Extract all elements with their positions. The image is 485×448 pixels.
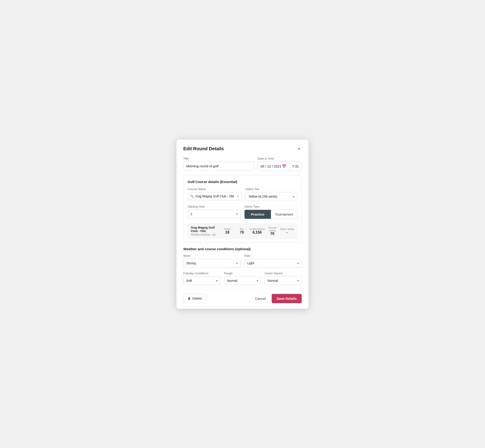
golf-course-section-title: Golf Course details (Essential) — [188, 180, 297, 184]
course-name-input-wrap[interactable]: 🔍 ✕ — [188, 192, 242, 200]
green-speed-wrap: SlowNormalFast ▾ — [265, 276, 302, 285]
wind-rain-row: Wind NoneLightModerateStrong ▾ Rain None… — [183, 254, 302, 267]
search-icon: 🔍 — [190, 194, 194, 198]
par-value: 70 — [234, 230, 249, 234]
course-info-location: Shelford Bottom, UK — [191, 233, 220, 236]
title-label: Title — [183, 157, 254, 160]
datetime-label: Date & Time — [258, 157, 302, 160]
holes-value: 18 — [220, 230, 234, 234]
weather-section: Weather and course conditions (optional)… — [183, 247, 302, 285]
starting-hole-wrap: 1234 5678 910 ▾ — [188, 210, 241, 218]
course-info-row: Gog Magog Golf Club - Old, Shelford Bott… — [188, 223, 297, 239]
save-button[interactable]: Save Details — [272, 294, 302, 303]
starting-hole-select[interactable]: 1234 5678 910 — [188, 210, 241, 218]
rain-wrap: NoneLightModerateHeavy ▾ — [244, 259, 302, 267]
fairway-label: Fairway Conditions — [183, 272, 220, 275]
date-input-wrap[interactable]: 📅 — [258, 162, 289, 171]
datetime-group: Date & Time 📅 — [258, 157, 302, 171]
footer-divider — [183, 289, 302, 290]
delete-button[interactable]: 🗑 Delete — [183, 294, 206, 303]
course-rating-label: Course rating — [265, 226, 280, 232]
game-type-group: Game Type Practice Tournament — [244, 205, 297, 219]
course-name-label: Course Name — [188, 187, 242, 191]
modal-title: Edit Round Details — [183, 146, 224, 151]
holes-label: Holes — [220, 228, 234, 230]
wind-wrap: NoneLightModerateStrong ▾ — [183, 259, 241, 267]
time-input[interactable] — [292, 164, 299, 168]
rain-label: Rain — [244, 254, 302, 257]
select-tee-group: Select Tee Yellow (6,156 yards) Red (5,4… — [245, 187, 297, 201]
hole-gametype-row: Starting Hole 1234 5678 910 ▾ Game Type … — [188, 205, 297, 219]
green-speed-label: Green Speed — [265, 272, 302, 275]
rough-group: Rough SoftNormalHard ▾ — [224, 272, 261, 285]
trash-icon: 🗑 — [188, 297, 191, 300]
slope-rating-value: - — [280, 230, 294, 234]
weather-section-title: Weather and course conditions (optional) — [183, 247, 302, 251]
course-stat-yards: Yards(Yellow) 6,156 — [249, 228, 265, 234]
wind-label: Wind — [183, 254, 241, 257]
date-time-inputs: 📅 — [258, 162, 302, 171]
rough-select[interactable]: SoftNormalHard — [224, 276, 261, 285]
delete-label: Delete — [192, 297, 202, 300]
title-input[interactable] — [183, 162, 254, 170]
course-stat-holes: Holes 18 — [220, 228, 234, 234]
course-info-name-block: Gog Magog Golf Club - Old, Shelford Bott… — [191, 226, 220, 236]
calendar-icon: 📅 — [282, 164, 286, 168]
course-info-name: Gog Magog Golf Club - Old, — [191, 226, 220, 233]
starting-hole-group: Starting Hole 1234 5678 910 ▾ — [188, 205, 241, 219]
golf-course-section: Golf Course details (Essential) Course N… — [183, 175, 302, 242]
footer-row: 🗑 Delete Cancel Save Details — [183, 294, 302, 303]
practice-toggle-btn[interactable]: Practice — [244, 210, 271, 219]
modal-header: Edit Round Details × — [183, 146, 302, 152]
game-type-label: Game Type — [244, 205, 297, 208]
title-datetime-row: Title Date & Time 📅 — [183, 157, 302, 171]
game-type-toggle: Practice Tournament — [244, 210, 297, 219]
wind-select[interactable]: NoneLightModerateStrong — [183, 259, 241, 267]
course-rating-value: 70 — [265, 232, 280, 236]
select-tee-wrap: Yellow (6,156 yards) Red (5,400 yards) W… — [245, 192, 297, 201]
course-stat-slope: Slope rating - — [280, 228, 294, 234]
time-input-wrap[interactable] — [289, 162, 302, 171]
fairway-wrap: SoftNormalHard ▾ — [183, 276, 220, 285]
fairway-group: Fairway Conditions SoftNormalHard ▾ — [183, 272, 220, 285]
rough-wrap: SoftNormalHard ▾ — [224, 276, 261, 285]
starting-hole-label: Starting Hole — [188, 205, 241, 208]
course-tee-row: Course Name 🔍 ✕ Select Tee Yellow (6,156… — [188, 187, 297, 201]
rain-group: Rain NoneLightModerateHeavy ▾ — [244, 254, 302, 267]
date-input[interactable] — [260, 164, 281, 168]
course-name-input[interactable] — [195, 194, 235, 198]
slope-rating-label: Slope rating — [280, 228, 294, 230]
cancel-button[interactable]: Cancel — [252, 294, 268, 303]
green-speed-select[interactable]: SlowNormalFast — [265, 276, 302, 285]
select-tee-label: Select Tee — [245, 187, 297, 191]
conditions-row: Fairway Conditions SoftNormalHard ▾ Roug… — [183, 272, 302, 285]
select-tee-input[interactable]: Yellow (6,156 yards) Red (5,400 yards) W… — [245, 192, 297, 201]
course-name-group: Course Name 🔍 ✕ — [188, 187, 242, 201]
green-speed-group: Green Speed SlowNormalFast ▾ — [265, 272, 302, 285]
rain-select[interactable]: NoneLightModerateHeavy — [244, 259, 302, 267]
yards-label: Yards(Yellow) — [249, 228, 265, 230]
rough-label: Rough — [224, 272, 261, 275]
yards-value: 6,156 — [249, 230, 265, 234]
fairway-select[interactable]: SoftNormalHard — [183, 276, 220, 285]
par-label: Par — [234, 228, 249, 230]
clear-course-icon[interactable]: ✕ — [237, 194, 239, 198]
wind-group: Wind NoneLightModerateStrong ▾ — [183, 254, 241, 267]
course-stat-rating: Course rating 70 — [265, 226, 280, 236]
course-stat-par: Par 70 — [234, 228, 249, 234]
tournament-toggle-btn[interactable]: Tournament — [271, 210, 297, 219]
close-button[interactable]: × — [296, 146, 302, 152]
title-group: Title — [183, 157, 254, 171]
edit-round-modal: Edit Round Details × Title Date & Time 📅… — [177, 140, 308, 309]
footer-right: Cancel Save Details — [252, 294, 302, 303]
